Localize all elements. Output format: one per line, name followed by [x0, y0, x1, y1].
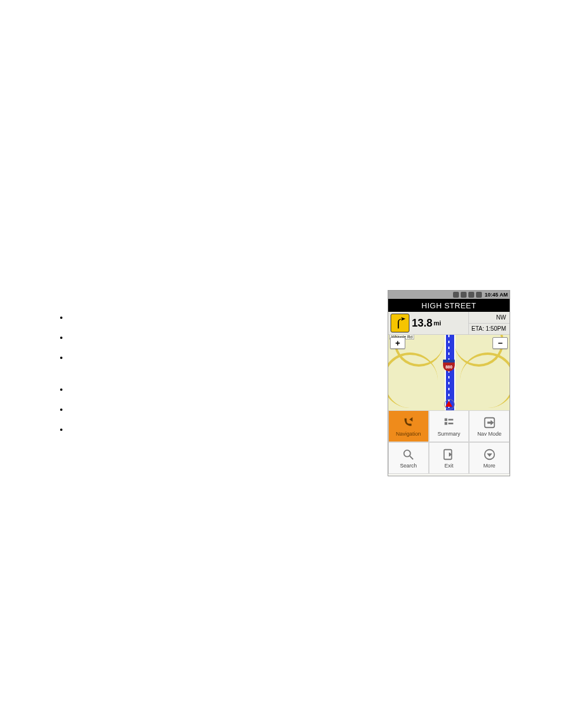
network-3g-icon	[461, 292, 467, 298]
road-ramp	[388, 353, 438, 408]
menu-item-label: Exit	[444, 463, 453, 469]
svg-rect-1	[448, 419, 453, 421]
next-turn-box[interactable]: 13.8 mi	[388, 312, 469, 334]
svg-line-6	[410, 456, 414, 460]
turn-distance: 13.8	[412, 317, 432, 330]
current-street-label: HIGH STREET	[422, 301, 477, 310]
svg-rect-0	[445, 419, 448, 421]
phone-arrow-icon	[401, 416, 415, 430]
menu-item-search[interactable]: Search	[388, 442, 429, 474]
bear-right-icon	[391, 314, 409, 332]
status-time: 10:45 AM	[485, 292, 508, 298]
svg-rect-2	[445, 422, 448, 425]
current-position-icon	[445, 401, 452, 407]
arrow-box-icon	[482, 416, 497, 430]
highway-shield-icon: 880	[443, 360, 455, 371]
compass-direction: NW	[469, 312, 510, 324]
menu-item-label: Search	[400, 463, 417, 469]
eta-label: ETA: 1:50PM	[469, 324, 510, 335]
signal-icon	[468, 292, 474, 298]
svg-point-5	[404, 450, 411, 457]
menu-item-more[interactable]: More	[469, 442, 510, 474]
menu-item-label: Nav Mode	[477, 431, 501, 437]
magnifier-icon	[401, 447, 415, 462]
nav-info-row: 13.8 mi NW ETA: 1:50PM	[388, 312, 510, 335]
status-bar: 10:45 AM	[388, 291, 510, 299]
zoom-in-button[interactable]: +	[390, 337, 405, 349]
bluetooth-icon	[453, 292, 459, 298]
menu-item-summary[interactable]: Summary	[429, 410, 470, 442]
map-view[interactable]: 880 Whipple Rd + −	[388, 335, 510, 410]
phone-screenshot: 10:45 AM HIGH STREET 13.8 mi NW ETA: 1:5…	[388, 290, 510, 476]
svg-rect-3	[448, 423, 453, 424]
menu-item-label: Navigation	[396, 431, 421, 437]
exit-icon	[442, 447, 456, 462]
road-ramp	[460, 353, 510, 408]
current-street-bar: HIGH STREET	[388, 299, 510, 312]
trip-info: NW ETA: 1:50PM	[469, 312, 510, 334]
help-icon	[476, 292, 482, 298]
bullet-list	[56, 312, 69, 444]
menu-item-label: Summary	[438, 431, 461, 437]
zoom-out-button[interactable]: −	[492, 337, 508, 349]
bottom-menu: Navigation Summary Nav Mode Search Exit	[388, 410, 510, 474]
chevron-down-circle-icon	[482, 447, 497, 462]
list-icon	[442, 416, 456, 430]
menu-item-navmode[interactable]: Nav Mode	[469, 410, 510, 442]
menu-item-exit[interactable]: Exit	[429, 442, 470, 474]
menu-item-label: More	[483, 463, 495, 469]
turn-distance-unit: mi	[434, 319, 441, 327]
menu-item-navigation[interactable]: Navigation	[388, 410, 429, 442]
